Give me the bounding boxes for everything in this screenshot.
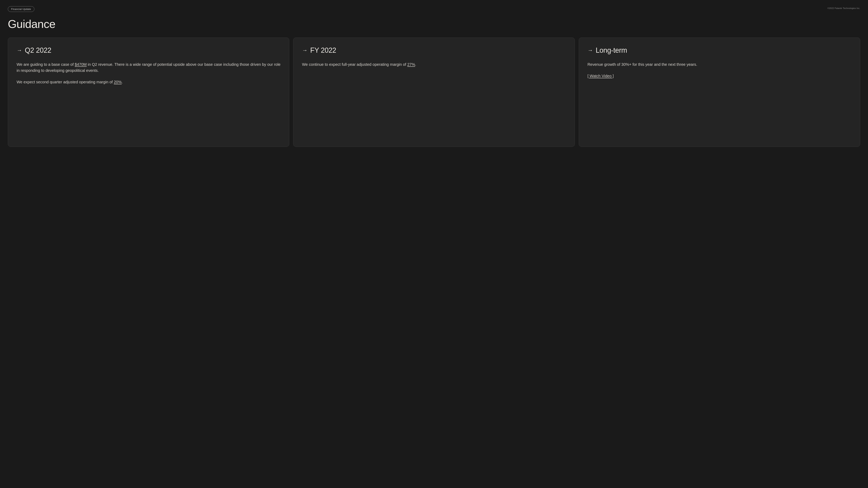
card-q2-title: Q2 2022 xyxy=(25,46,51,55)
card-q2-paragraph-2: We expect second quarter adjusted operat… xyxy=(17,79,280,85)
card-lt-title: Long-term xyxy=(596,46,627,55)
watch-video-link[interactable]: [ Watch Video ] xyxy=(588,74,614,78)
card-long-term: → Long-term Revenue growth of 30%+ for t… xyxy=(579,37,860,147)
card-lt-watch-video: [ Watch Video ] xyxy=(588,73,851,79)
card-lt-body: Revenue growth of 30%+ for this year and… xyxy=(588,62,851,79)
q2-revenue-link[interactable]: $470M xyxy=(75,62,87,67)
arrow-icon-fy: → xyxy=(302,47,307,53)
financial-update-badge: Financial Update xyxy=(8,6,34,12)
card-q2-body: We are guiding to a base case of $470M i… xyxy=(17,62,280,85)
copyright-text: ©2022 Palantir Technologies Inc. xyxy=(827,6,860,9)
card-q2-2022: → Q2 2022 We are guiding to a base case … xyxy=(8,37,289,147)
card-fy-paragraph-1: We continue to expect full-year adjusted… xyxy=(302,62,566,68)
fy-margin-link[interactable]: 27% xyxy=(407,62,415,67)
card-lt-paragraph-1: Revenue growth of 30%+ for this year and… xyxy=(588,62,851,68)
page-header: Financial Update ©2022 Palantir Technolo… xyxy=(8,6,860,12)
arrow-icon-lt: → xyxy=(588,47,593,53)
card-fy-2022: → FY 2022 We continue to expect full-yea… xyxy=(293,37,575,147)
card-fy-body: We continue to expect full-year adjusted… xyxy=(302,62,566,68)
page-title: Guidance xyxy=(8,18,860,30)
card-q2-header: → Q2 2022 xyxy=(17,46,280,55)
cards-container: → Q2 2022 We are guiding to a base case … xyxy=(8,37,860,147)
card-fy-title: FY 2022 xyxy=(310,46,336,55)
q2-margin-link[interactable]: 20% xyxy=(114,80,122,84)
arrow-icon-q2: → xyxy=(17,47,22,53)
card-q2-paragraph-1: We are guiding to a base case of $470M i… xyxy=(17,62,280,74)
card-fy-header: → FY 2022 xyxy=(302,46,566,55)
card-lt-header: → Long-term xyxy=(588,46,851,55)
